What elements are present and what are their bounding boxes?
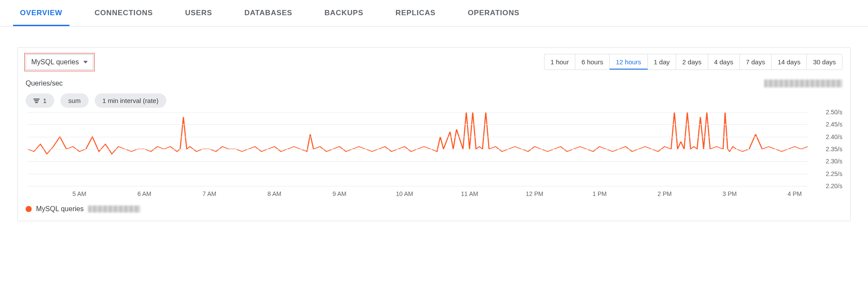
legend-series-label: MySQL queries xyxy=(36,205,84,213)
x-tick-label: 2 PM xyxy=(657,190,672,197)
chart-gridline xyxy=(27,174,808,174)
y-tick-label: 2.40/s xyxy=(826,133,842,140)
chart-x-axis: 5 AM6 AM7 AM8 AM9 AM10 AM11 AM12 PM1 PM2… xyxy=(27,189,808,199)
time-range-14-days[interactable]: 14 days xyxy=(772,54,807,70)
tab-connections[interactable]: CONNECTIONS xyxy=(88,0,160,26)
chart-ylabel: Queries/sec xyxy=(26,80,63,87)
redacted-text xyxy=(88,206,140,212)
panel-toolbar: MySQL queries 1 hour6 hours12 hours1 day… xyxy=(26,54,842,70)
tab-users[interactable]: USERS xyxy=(178,0,219,26)
x-tick-label: 4 PM xyxy=(788,190,802,197)
time-range-30-days[interactable]: 30 days xyxy=(807,54,842,70)
time-range-4-days[interactable]: 4 days xyxy=(708,54,740,70)
interval-chip[interactable]: 1 min interval (rate) xyxy=(95,93,166,108)
x-tick-label: 3 PM xyxy=(723,190,737,197)
chart-gridline xyxy=(27,137,808,137)
time-range-6-hours[interactable]: 6 hours xyxy=(575,54,610,70)
time-range-7-days[interactable]: 7 days xyxy=(740,54,772,70)
filter-icon xyxy=(33,98,40,104)
time-range-group: 1 hour6 hours12 hours1 day2 days4 days7 … xyxy=(544,54,842,70)
tab-databases[interactable]: DATABASES xyxy=(238,0,299,26)
chart: 2.50/s2.45/s2.40/s2.35/s2.30/s2.25/s2.20… xyxy=(26,112,842,199)
chart-plot-area xyxy=(27,112,808,186)
chart-gridline xyxy=(27,149,808,149)
chart-gridline xyxy=(27,186,808,186)
redacted-text xyxy=(764,80,842,87)
tab-replicas[interactable]: REPLICAS xyxy=(389,0,442,26)
metric-dropdown[interactable]: MySQL queries xyxy=(26,54,93,70)
y-tick-label: 2.30/s xyxy=(826,158,842,165)
x-tick-label: 10 AM xyxy=(396,190,413,197)
y-tick-label: 2.45/s xyxy=(826,121,842,128)
legend-color-dot xyxy=(26,206,32,212)
y-tick-label: 2.35/s xyxy=(826,146,842,153)
chart-subheader: Queries/sec xyxy=(26,80,842,87)
tab-backups[interactable]: BACKUPS xyxy=(317,0,370,26)
time-range-1-day[interactable]: 1 day xyxy=(648,54,677,70)
chart-gridline xyxy=(27,124,808,125)
aggregation-chip-label: sum xyxy=(68,97,80,104)
chart-panel: MySQL queries 1 hour6 hours12 hours1 day… xyxy=(17,47,851,221)
x-tick-label: 11 AM xyxy=(461,190,478,197)
time-range-12-hours[interactable]: 12 hours xyxy=(610,54,647,70)
nav-tabs: OVERVIEWCONNECTIONSUSERSDATABASESBACKUPS… xyxy=(0,0,868,27)
time-range-2-days[interactable]: 2 days xyxy=(676,54,708,70)
x-tick-label: 6 AM xyxy=(138,190,152,197)
aggregation-chip[interactable]: sum xyxy=(60,93,88,108)
x-tick-label: 5 AM xyxy=(73,190,86,197)
y-tick-label: 2.50/s xyxy=(826,109,842,116)
chart-series-line xyxy=(27,112,808,154)
x-tick-label: 12 PM xyxy=(526,190,543,197)
chart-chips: 1 sum 1 min interval (rate) xyxy=(26,93,842,108)
x-tick-label: 9 AM xyxy=(333,190,347,197)
tab-operations[interactable]: OPERATIONS xyxy=(461,0,526,26)
tab-overview[interactable]: OVERVIEW xyxy=(13,0,69,26)
y-tick-label: 2.25/s xyxy=(826,170,842,177)
x-tick-label: 8 AM xyxy=(267,190,281,197)
chart-y-axis: 2.50/s2.45/s2.40/s2.35/s2.30/s2.25/s2.20… xyxy=(812,112,842,186)
filter-chip[interactable]: 1 xyxy=(26,93,54,108)
chevron-down-icon xyxy=(83,61,88,63)
time-range-1-hour[interactable]: 1 hour xyxy=(545,54,576,70)
interval-chip-label: 1 min interval (rate) xyxy=(102,97,158,104)
x-tick-label: 7 AM xyxy=(202,190,216,197)
filter-chip-label: 1 xyxy=(43,97,46,104)
chart-gridline xyxy=(27,112,808,113)
x-tick-label: 1 PM xyxy=(592,190,607,197)
y-tick-label: 2.20/s xyxy=(826,182,842,189)
chart-legend: MySQL queries xyxy=(26,205,842,213)
chart-gridline xyxy=(27,161,808,162)
metric-dropdown-label: MySQL queries xyxy=(31,58,79,66)
